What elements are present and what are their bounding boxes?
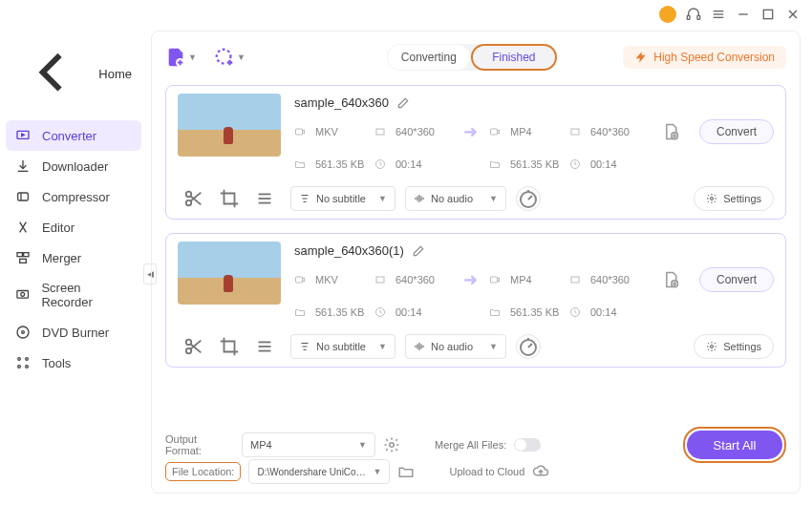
subtitle-icon: [299, 341, 310, 352]
tab-finished[interactable]: Finished: [471, 44, 557, 71]
trim-icon[interactable]: [182, 336, 206, 357]
add-file-button[interactable]: ▼: [165, 47, 197, 68]
output-settings-icon[interactable]: [661, 121, 680, 142]
trim-icon[interactable]: [182, 188, 206, 209]
subtitle-select[interactable]: No subtitle ▼: [290, 186, 395, 211]
video-icon: [489, 126, 501, 137]
audio-select[interactable]: No audio ▼: [405, 334, 506, 359]
start-all-highlight: Start All: [683, 427, 786, 463]
svg-point-66: [390, 443, 395, 448]
svg-point-18: [22, 331, 25, 334]
converter-icon: [15, 128, 31, 143]
video-thumbnail[interactable]: [178, 242, 281, 305]
svg-rect-47: [376, 277, 384, 283]
edit-icon[interactable]: [396, 96, 410, 110]
folder-icon: [489, 306, 501, 318]
high-speed-conversion-button[interactable]: High Speed Conversion: [623, 46, 786, 69]
clock-icon: [569, 306, 581, 318]
svg-point-20: [26, 358, 29, 361]
crop-icon[interactable]: [217, 188, 242, 209]
audio-select[interactable]: No audio ▼: [405, 186, 506, 211]
svg-rect-0: [687, 15, 690, 19]
sidebar-item-editor[interactable]: Editor: [6, 212, 141, 242]
back-home[interactable]: Home: [6, 32, 141, 120]
sidebar-item-label: Tools: [42, 356, 71, 370]
svg-rect-1: [697, 15, 700, 19]
file-card: sample_640x360(1) MKV 640*360 ➜ MP4 640*…: [165, 233, 786, 368]
speed-icon[interactable]: [516, 186, 541, 211]
svg-point-45: [711, 198, 714, 200]
format-settings-icon[interactable]: [383, 436, 400, 453]
chevron-left-icon: [17, 38, 85, 109]
crop-icon[interactable]: [217, 336, 242, 357]
chevron-down-icon: ▼: [489, 342, 498, 351]
src-resolution: 640*360: [395, 126, 451, 137]
sidebar-item-label: Downloader: [42, 159, 108, 174]
dst-size: 561.35 KB: [510, 306, 560, 318]
avatar[interactable]: [659, 6, 676, 23]
more-icon[interactable]: [252, 188, 277, 209]
merge-toggle[interactable]: [514, 438, 541, 452]
folder-icon: [294, 158, 306, 170]
sidebar-item-label: Screen Recorder: [41, 281, 132, 309]
output-format-select[interactable]: MP4 ▼: [242, 432, 375, 457]
start-all-button[interactable]: Start All: [687, 431, 782, 459]
src-duration: 00:14: [395, 306, 451, 318]
add-circle-button[interactable]: ▼: [214, 47, 246, 68]
svg-rect-27: [376, 129, 384, 135]
chevron-down-icon: ▼: [489, 194, 498, 203]
svg-rect-28: [491, 129, 498, 135]
file-location-select[interactable]: D:\Wondershare UniConverter 1 ▼: [248, 459, 390, 484]
src-size: 561.35 KB: [315, 158, 365, 170]
item-settings-button[interactable]: Settings: [694, 186, 774, 211]
tab-converting[interactable]: Converting: [388, 45, 470, 70]
more-icon[interactable]: [252, 336, 277, 357]
src-duration: 00:14: [395, 158, 451, 170]
menu-icon[interactable]: [711, 7, 726, 22]
svg-rect-12: [17, 253, 22, 257]
clock-icon: [374, 306, 386, 318]
headset-icon[interactable]: [686, 7, 701, 22]
audio-icon: [414, 341, 425, 352]
minimize-icon[interactable]: [736, 7, 751, 22]
svg-rect-29: [571, 129, 579, 135]
maximize-icon[interactable]: [760, 7, 776, 22]
svg-marker-10: [22, 134, 25, 137]
dst-duration: 00:14: [590, 306, 646, 318]
convert-button[interactable]: Convert: [699, 267, 774, 292]
sidebar-item-merger[interactable]: Merger: [6, 242, 141, 273]
edit-icon[interactable]: [412, 244, 425, 258]
sidebar-item-tools[interactable]: Tools: [6, 347, 141, 378]
close-icon[interactable]: [785, 7, 801, 22]
sidebar-item-dvdburner[interactable]: DVD Burner: [6, 317, 141, 347]
output-settings-icon[interactable]: [661, 269, 680, 290]
output-format-value: MP4: [250, 439, 272, 451]
file-card: sample_640x360 MKV 640*360 ➜ MP4 640*360…: [165, 85, 786, 220]
convert-button[interactable]: Convert: [699, 119, 774, 144]
sidebar-item-compressor[interactable]: Compressor: [6, 181, 141, 212]
speed-icon[interactable]: [516, 334, 541, 359]
sidebar-item-downloader[interactable]: Downloader: [6, 151, 141, 181]
svg-rect-49: [571, 277, 579, 283]
status-tabs: Converting Finished: [387, 44, 557, 71]
video-thumbnail[interactable]: [178, 94, 281, 157]
home-label: Home: [98, 67, 132, 81]
arrow-right-icon: ➜: [460, 269, 480, 290]
folder-icon: [489, 158, 501, 170]
chevron-down-icon: ▼: [378, 194, 387, 203]
chevron-down-icon: ▼: [374, 467, 382, 476]
record-icon: [15, 287, 30, 303]
resolution-icon: [569, 274, 581, 285]
sidebar-item-screenrecorder[interactable]: Screen Recorder: [6, 273, 141, 317]
arrow-right-icon: ➜: [460, 121, 480, 142]
subtitle-select[interactable]: No subtitle ▼: [290, 334, 395, 359]
hsc-label: High Speed Conversion: [653, 51, 775, 64]
item-settings-button[interactable]: Settings: [694, 334, 774, 359]
svg-point-22: [26, 366, 29, 368]
sidebar-item-converter[interactable]: Converter: [6, 120, 141, 151]
cloud-upload-icon[interactable]: [532, 463, 549, 480]
subtitle-icon: [299, 193, 310, 204]
bolt-icon: [634, 51, 648, 64]
svg-point-21: [18, 366, 21, 368]
open-folder-icon[interactable]: [397, 463, 415, 480]
